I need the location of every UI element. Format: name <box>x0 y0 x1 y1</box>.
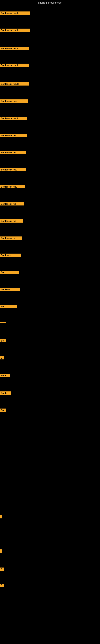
bottleneck-badge-21: B <box>0 356 4 360</box>
bottleneck-badge-12: Bottleneck res <box>0 202 24 206</box>
bottleneck-badge-4: Bottleneck result <box>0 64 29 67</box>
bottleneck-badge-22: Bottl <box>0 374 10 377</box>
bottleneck-badge-7: Bottleneck result <box>0 117 27 120</box>
bottleneck-badge-26: | <box>0 550 2 553</box>
site-title: TheBottlenecker.com <box>38 1 62 4</box>
bottleneck-badge-11: Bottleneck resu <box>0 185 25 188</box>
bottleneck-badge-17: Bottlene <box>0 288 20 291</box>
bottleneck-badge-18: Bo <box>0 305 17 308</box>
bottleneck-badge-1: Bottleneck result <box>0 12 30 15</box>
bottleneck-badge-19 <box>0 322 6 323</box>
bottleneck-badge-28: B <box>0 584 3 587</box>
bottleneck-badge-9: Bottleneck resu <box>0 151 26 154</box>
bottleneck-badge-24: Bo <box>0 408 6 412</box>
bottleneck-badge-25: | <box>0 515 2 518</box>
bottleneck-badge-20: Bo <box>0 339 6 342</box>
bottleneck-badge-5: Bottleneck result <box>0 82 29 86</box>
bottleneck-badge-15: Bottlenec <box>0 254 21 257</box>
bottleneck-badge-16: Bott <box>0 271 19 274</box>
bottleneck-badge-14: Bottleneck re <box>0 236 22 240</box>
bottleneck-badge-23: Bottle <box>0 392 11 395</box>
bottleneck-badge-3: Bottleneck result <box>0 47 29 50</box>
bottleneck-badge-13: Bottleneck res <box>0 219 23 222</box>
bottleneck-badge-6: Bottleneck resu <box>0 100 28 103</box>
bottleneck-badge-2: Bottleneck result <box>0 28 30 32</box>
bottleneck-badge-8: Bottleneck resu <box>0 134 27 137</box>
bottleneck-badge-27: B <box>0 568 3 571</box>
bottleneck-badge-10: Bottleneck resu <box>0 168 26 171</box>
